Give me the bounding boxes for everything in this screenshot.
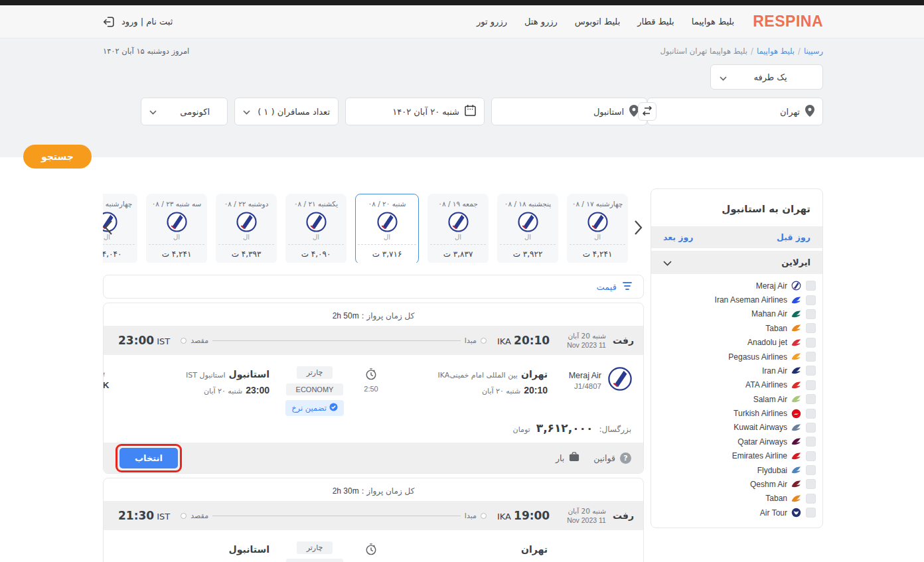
swap-button[interactable] — [638, 102, 656, 121]
date-card[interactable]: چهارشنبه ۱۷ / ۰۸ ال ۴,۲۴۱ ت — [567, 194, 628, 263]
airline-checkbox[interactable] — [806, 309, 816, 319]
chevron-down-icon — [663, 256, 672, 269]
airline-logo-icon — [791, 338, 801, 347]
question-icon[interactable]: ? — [620, 453, 631, 464]
airline-filter-row[interactable]: Anadolu jet — [660, 336, 816, 350]
main-nav: بلیط هواپیما بلیط قطار بلیط اتوبوس رزرو … — [477, 17, 734, 27]
airline-filter-row[interactable]: Salam Air — [660, 392, 816, 406]
destination-input[interactable]: استانبول — [491, 98, 647, 125]
baggage-link[interactable]: بار — [556, 453, 564, 463]
carousel-next-button[interactable] — [633, 219, 644, 238]
airline-checkbox[interactable] — [806, 281, 816, 291]
airline-checkbox[interactable] — [806, 295, 816, 305]
prev-day-link[interactable]: روز قبل — [777, 232, 810, 242]
airline-filter-row[interactable]: Flydubai — [660, 463, 816, 477]
logo[interactable]: RESPINA — [753, 13, 823, 31]
passengers-select[interactable]: تعداد مسافران ( ۱ ) — [234, 98, 339, 125]
airline-filter-row[interactable]: Qatar Airways — [660, 435, 816, 449]
airline-filter-row[interactable]: Meraj Air — [660, 279, 816, 293]
airline-checkbox[interactable] — [806, 409, 816, 419]
top-black-bar — [0, 0, 924, 5]
airline-filter-row[interactable]: Emirates Airline — [660, 449, 816, 463]
airline-checkbox[interactable] — [806, 465, 816, 475]
route-track: مبدا مقصد — [181, 512, 487, 520]
breadcrumb-flights[interactable]: بلیط هواپیما — [757, 46, 795, 56]
date-card-selected[interactable]: شنبه ۲۰ / ۰۸ ال ۳,۷۱۶ ت — [355, 194, 419, 263]
location-pin-icon — [629, 105, 639, 119]
airline-checkbox[interactable] — [806, 508, 816, 518]
fare-badges: چارتر ECONOMY — [279, 541, 350, 562]
airline-checkbox[interactable] — [806, 338, 816, 348]
nav-item-flight[interactable]: بلیط هواپیما — [692, 17, 735, 27]
nav-item-tour[interactable]: رزرو تور — [477, 17, 507, 27]
airline-logo-icon — [791, 324, 801, 332]
leg-duration: 2:50 — [350, 366, 392, 393]
airline-checkbox[interactable] — [806, 366, 816, 376]
carousel-prev-button[interactable] — [103, 219, 114, 238]
airline-logo-icon — [236, 211, 258, 233]
date-card[interactable]: یکشنبه ۲۱ / ۰۸ ال ۴,۰۹۰ ت — [285, 194, 346, 263]
airline-info: Meraj Air J1/4807 — [548, 366, 633, 394]
destination-dot — [181, 338, 187, 344]
airline-checkbox[interactable] — [806, 437, 816, 447]
search-button[interactable]: جستجو — [23, 145, 92, 169]
airline-checkbox[interactable] — [806, 394, 816, 404]
breadcrumb-home[interactable]: رسپینا — [804, 46, 823, 56]
airline-logo-icon — [791, 452, 801, 460]
search-section: رسپینا/بلیط هواپیما/بلیط هواپیما تهران ا… — [0, 38, 924, 157]
airline-filter-row[interactable]: Pegasus Airlines — [660, 350, 816, 364]
airline-filter-row[interactable]: Taban — [660, 492, 816, 506]
date-input[interactable]: شنبه ۲۰ آبان ۱۴۰۲ — [345, 98, 485, 125]
departure-time: IKA 19:00 — [497, 509, 550, 522]
clock-icon — [365, 370, 377, 383]
arrival-time: 23:00 IST — [118, 334, 170, 347]
cabin-class-select[interactable]: اکونومی — [141, 98, 228, 125]
airline-filter-row[interactable]: Iran Aseman Airlines — [660, 293, 816, 307]
nav-item-train[interactable]: بلیط قطار — [637, 17, 674, 27]
airline-filter-header[interactable]: ایرلاین — [651, 251, 822, 274]
rules-link[interactable]: قوانین — [593, 453, 615, 463]
airline-logo-icon — [791, 423, 801, 432]
login-register-label: ثبت نام | ورود — [121, 17, 173, 27]
login-register-link[interactable]: ثبت نام | ورود — [103, 15, 173, 29]
airline-logo-icon — [791, 296, 801, 305]
airline-filter-row[interactable]: Air Tour — [660, 506, 816, 520]
airline-filter-row[interactable]: Iran Air — [660, 364, 816, 378]
date-card[interactable]: سه شنبه ۲۳ / ۰۸ ال ۴,۲۴۱ ت — [146, 194, 207, 263]
airline-filter-row[interactable]: Kuwait Airways — [660, 421, 816, 435]
airline-checkbox[interactable] — [806, 479, 816, 489]
charter-badge: چارتر — [297, 541, 333, 554]
airline-filter-row[interactable]: Qeshm Air — [660, 477, 816, 491]
airline-filter-list: Meraj Air Iran Aseman Airlines Mahan Air… — [651, 274, 822, 527]
origin-input[interactable]: تهران — [647, 98, 823, 125]
date-card[interactable]: دوشنبه ۲۲ / ۰۸ ال ۴,۳۹۳ ت — [216, 194, 277, 263]
airline-checkbox[interactable] — [806, 494, 816, 504]
airline-checkbox[interactable] — [806, 380, 816, 390]
airline-checkbox[interactable] — [806, 323, 816, 333]
sort-price-label[interactable]: قیمت — [597, 282, 617, 292]
flight-card-footer: ? قوانین بار انتخاب — [104, 443, 643, 473]
airline-name: Meraj Air — [569, 371, 601, 380]
chevron-down-icon — [149, 107, 157, 117]
filters-sidebar: تهران به استانبول روز قبل روز بعد ایرلای… — [651, 188, 823, 528]
airline-filter-row[interactable]: Turkish Airlines — [660, 406, 816, 420]
airline-checkbox[interactable] — [806, 352, 816, 362]
select-button[interactable]: انتخاب — [119, 448, 178, 468]
route-track: مبدا مقصد — [181, 336, 487, 345]
airline-checkbox[interactable] — [806, 423, 816, 433]
date-card[interactable]: پنجشنبه ۱۸ / ۰۸ ال ۳,۹۲۲ ت — [497, 194, 558, 263]
airline-filter-row[interactable]: Mahan Air — [660, 307, 816, 321]
nav-item-hotel[interactable]: رزرو هتل — [524, 17, 558, 27]
date-card[interactable]: جمعه ۱۹ / ۰۸ ال ۳,۸۳۷ ت — [427, 194, 489, 263]
sort-icon — [622, 281, 633, 293]
nav-item-bus[interactable]: بلیط اتوبوس — [575, 17, 620, 27]
airline-checkbox[interactable] — [806, 451, 816, 461]
flight-card: کل زمان پرواز : 2h 30m رفت شنبه 20 آبان … — [103, 478, 644, 562]
airline-logo-icon — [791, 310, 801, 318]
airline-filter-row[interactable]: ATA Airlines — [660, 378, 816, 392]
trip-type-select[interactable]: یک طرفه — [710, 64, 823, 90]
next-day-link[interactable]: روز بعد — [663, 232, 693, 242]
rate-guarantee-badge[interactable]: تضمین نرخ — [285, 400, 344, 416]
airline-filter-row[interactable]: Taban — [660, 321, 816, 335]
price-value: ۳,۶۱۲,۰۰۰ — [536, 421, 593, 435]
